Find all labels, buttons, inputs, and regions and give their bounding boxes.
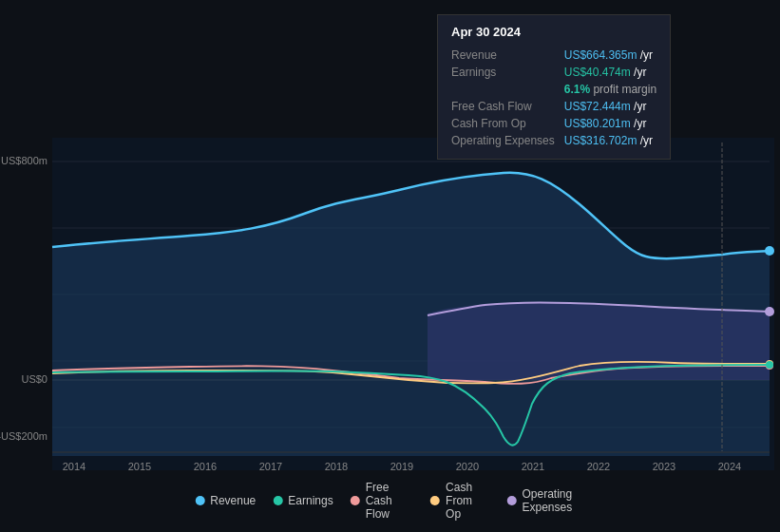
- tooltip-revenue-value: US$664.365m /yr: [564, 47, 656, 64]
- tooltip-cfo-row: Cash From Op US$80.201m /yr: [451, 115, 656, 132]
- tooltip-margin-row: 6.1% profit margin: [451, 81, 656, 98]
- svg-text:2022: 2022: [587, 461, 610, 472]
- svg-point-9: [765, 307, 774, 316]
- legend-opex-label: Operating Expenses: [523, 487, 585, 514]
- svg-point-8: [765, 246, 774, 256]
- legend-cfo: Cash From Op: [430, 481, 489, 521]
- legend: Revenue Earnings Free Cash Flow Cash Fro…: [195, 481, 585, 521]
- tooltip-margin-label: [451, 81, 564, 98]
- legend-cfo-label: Cash From Op: [446, 481, 489, 521]
- tooltip-fcf-label: Free Cash Flow: [451, 98, 564, 115]
- tooltip-fcf-row: Free Cash Flow US$72.444m /yr: [451, 98, 656, 115]
- tooltip-revenue-label: Revenue: [451, 47, 564, 64]
- svg-text:2018: 2018: [325, 461, 348, 472]
- legend-earnings: Earnings: [273, 494, 333, 507]
- svg-text:2015: 2015: [128, 461, 151, 472]
- tooltip-opex-row: Operating Expenses US$316.702m /yr: [451, 132, 656, 149]
- svg-text:2024: 2024: [718, 461, 741, 472]
- svg-text:2017: 2017: [259, 461, 282, 472]
- svg-text:2023: 2023: [653, 461, 675, 472]
- svg-point-12: [766, 361, 773, 369]
- legend-earnings-dot: [273, 496, 282, 505]
- tooltip-earnings-label: Earnings: [451, 64, 564, 81]
- legend-fcf-dot: [351, 496, 360, 505]
- legend-cfo-dot: [430, 496, 440, 505]
- svg-text:US$800m: US$800m: [1, 155, 48, 166]
- legend-fcf-label: Free Cash Flow: [366, 481, 413, 521]
- tooltip-earnings-value: US$40.474m /yr: [564, 64, 656, 81]
- tooltip-margin-value: 6.1% profit margin: [564, 81, 656, 98]
- svg-text:2016: 2016: [194, 461, 217, 472]
- tooltip-box: Apr 30 2024 Revenue US$664.365m /yr Earn…: [437, 14, 671, 160]
- tooltip-fcf-value: US$72.444m /yr: [564, 98, 656, 115]
- legend-fcf: Free Cash Flow: [351, 481, 413, 521]
- svg-text:2019: 2019: [390, 461, 413, 472]
- tooltip-opex-value: US$316.702m /yr: [564, 132, 656, 149]
- chart-container: Apr 30 2024 Revenue US$664.365m /yr Earn…: [0, 0, 780, 532]
- svg-text:2014: 2014: [63, 461, 86, 472]
- svg-text:2020: 2020: [456, 461, 479, 472]
- svg-text:2021: 2021: [522, 461, 544, 472]
- tooltip-revenue-row: Revenue US$664.365m /yr: [451, 47, 656, 64]
- legend-revenue-dot: [195, 496, 204, 505]
- tooltip-cfo-label: Cash From Op: [451, 115, 564, 132]
- svg-text:US$0: US$0: [21, 373, 48, 385]
- legend-revenue-label: Revenue: [210, 494, 256, 507]
- legend-opex-dot: [507, 496, 517, 505]
- tooltip-earnings-row: Earnings US$40.474m /yr: [451, 64, 656, 81]
- tooltip-cfo-value: US$80.201m /yr: [564, 115, 656, 132]
- legend-opex: Operating Expenses: [507, 487, 585, 514]
- legend-earnings-label: Earnings: [288, 494, 333, 507]
- tooltip-date: Apr 30 2024: [451, 25, 656, 39]
- svg-text:-US$200m: -US$200m: [0, 430, 48, 442]
- tooltip-opex-label: Operating Expenses: [451, 132, 564, 149]
- legend-revenue: Revenue: [195, 494, 256, 507]
